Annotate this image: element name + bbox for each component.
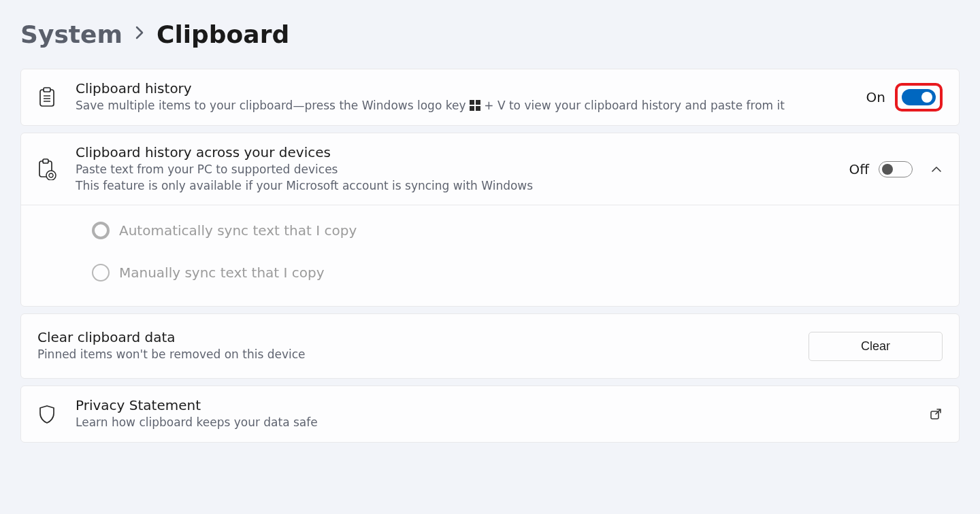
sync-devices-title: Clipboard history across your devices [76,144,849,160]
sync-devices-state: Off [849,161,869,177]
privacy-desc: Learn how clipboard keeps your data safe [76,415,929,431]
radio-icon [92,222,110,239]
svg-rect-1 [44,88,50,92]
svg-rect-5 [470,100,474,105]
sync-options-panel: Automatically sync text that I copy Manu… [21,205,959,306]
sync-option-manual[interactable]: Manually sync text that I copy [92,264,943,281]
svg-rect-7 [470,106,474,111]
clipboard-icon [37,88,56,107]
breadcrumb: System Clipboard [20,20,960,48]
svg-rect-8 [476,106,480,111]
svg-rect-10 [43,159,48,163]
clipboard-history-desc: Save multiple items to your clipboard—pr… [76,98,866,114]
sync-option-auto-label: Automatically sync text that I copy [119,222,357,239]
sync-devices-toggle[interactable] [879,161,913,177]
clipboard-history-title: Clipboard history [76,80,866,97]
setting-clear-clipboard: Clear clipboard data Pinned items won't … [20,313,960,379]
shield-icon [37,405,56,424]
setting-clipboard-history: Clipboard history Save multiple items to… [20,69,960,126]
toggle-highlight [895,83,943,112]
clipboard-history-toggle[interactable] [902,89,936,105]
clear-title: Clear clipboard data [37,329,808,345]
svg-rect-6 [476,100,480,105]
sync-devices-desc1: Paste text from your PC to supported dev… [76,162,849,178]
setting-sync-devices: Clipboard history across your devices Pa… [20,133,960,307]
clipboard-sync-icon [37,160,56,179]
windows-logo-icon [470,100,480,111]
svg-point-11 [46,171,56,180]
clear-button[interactable]: Clear [808,332,943,361]
setting-privacy-statement[interactable]: Privacy Statement Learn how clipboard ke… [20,386,960,443]
clipboard-history-state: On [866,89,885,105]
clear-desc: Pinned items won't be removed on this de… [37,347,808,363]
breadcrumb-parent[interactable]: System [20,20,122,48]
chevron-up-icon[interactable] [930,163,943,175]
sync-option-auto[interactable]: Automatically sync text that I copy [92,222,943,239]
chevron-right-icon [135,25,144,44]
breadcrumb-current: Clipboard [157,20,289,48]
sync-devices-desc2: This feature is only available if your M… [76,178,849,194]
external-link-icon [929,407,943,421]
privacy-title: Privacy Statement [76,397,929,413]
radio-icon [92,264,110,281]
sync-option-manual-label: Manually sync text that I copy [119,264,325,281]
